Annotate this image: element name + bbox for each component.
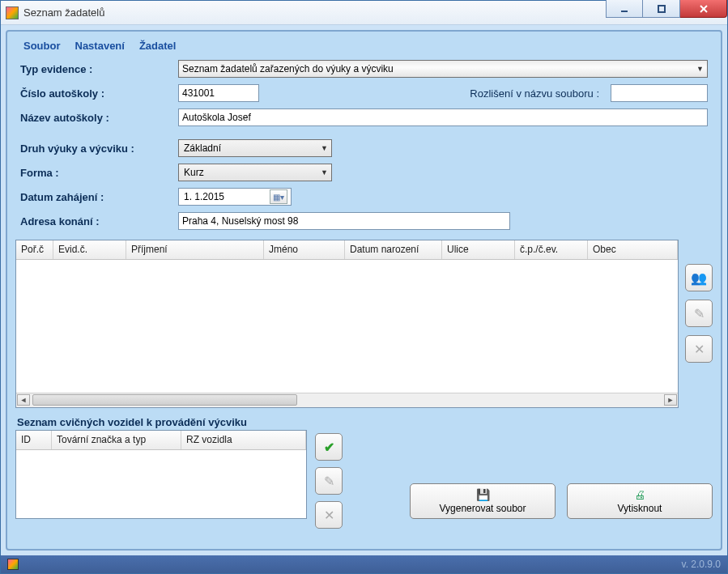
vehicles-table[interactable]: ID Tovární značka a typ RZ vozidla [15, 430, 307, 519]
edit-icon: ✎ [324, 474, 334, 489]
close-button[interactable] [680, 0, 727, 18]
col-vehicle-rz[interactable]: RZ vozidla [181, 431, 306, 449]
delete-icon: ✕ [324, 508, 334, 523]
client-area: Soubor Nastavení Žadatel Typ evidence : … [6, 30, 722, 551]
titlebar: Seznam žadatelů [1, 1, 727, 25]
form-label: Forma : [20, 167, 178, 179]
applicants-table[interactable]: Poř.č Evid.č. Příjmení Jméno Datum naroz… [15, 240, 679, 408]
status-app-icon [7, 559, 19, 570]
menu-file[interactable]: Soubor [23, 40, 61, 52]
window-title: Seznam žadatelů [23, 6, 606, 19]
col-surname[interactable]: Příjmení [126, 240, 264, 259]
minimize-icon [619, 4, 629, 14]
vehicles-side-buttons: ✔ ✎ ✕ [315, 430, 343, 529]
chevron-down-icon: ▼ [696, 65, 704, 73]
edit-applicant-button[interactable]: ✎ [685, 300, 713, 327]
col-name[interactable]: Jméno [264, 240, 345, 259]
col-street[interactable]: Ulice [442, 240, 515, 259]
maximize-button[interactable] [643, 0, 680, 18]
address-label: Adresa konání : [20, 215, 178, 227]
maximize-icon [657, 4, 666, 14]
school-number-input[interactable] [178, 84, 259, 102]
window-buttons [606, 1, 727, 24]
edit-icon: ✎ [694, 306, 705, 321]
close-icon [698, 3, 709, 15]
delete-icon: ✕ [694, 342, 705, 357]
applicants-hscroll[interactable]: ◄ ► [16, 393, 678, 407]
training-type-value: Základní [184, 142, 221, 154]
col-evidc[interactable]: Evid.č. [53, 240, 126, 259]
training-type-label: Druh výuky a výcviku : [20, 142, 178, 155]
print-icon: 🖨 [634, 488, 645, 501]
scroll-right-icon[interactable]: ► [664, 394, 677, 406]
generate-file-label: Vygenerovat soubor [440, 503, 526, 514]
evidence-type-label: Typ evidence : [20, 63, 178, 75]
col-dob[interactable]: Datum narození [345, 240, 442, 259]
scroll-left-icon[interactable]: ◄ [17, 394, 30, 406]
col-cpcev[interactable]: č.p./č.ev. [515, 240, 588, 259]
filename-diff-label: Rozlišení v názvu souboru : [298, 87, 599, 100]
school-name-input[interactable] [178, 108, 708, 126]
chevron-down-icon: ▼ [321, 168, 328, 176]
person-add-icon: 👥 [691, 270, 707, 286]
add-applicant-button[interactable]: 👥 [685, 264, 713, 291]
app-window: Seznam žadatelů Soubor Nastavení Žadatel [0, 0, 728, 574]
school-name-label: Název autoškoly : [20, 112, 178, 124]
print-label: Vytisknout [618, 503, 662, 514]
col-porc[interactable]: Poř.č [16, 240, 53, 259]
app-icon [6, 6, 19, 19]
evidence-type-select[interactable]: Seznam žadatelů zařazených do výuky a vý… [178, 60, 708, 78]
statusbar: v. 2.0.9.0 [1, 555, 727, 573]
form-select[interactable]: Kurz ▼ [178, 164, 332, 181]
generate-file-button[interactable]: 💾 Vygenerovat soubor [410, 483, 556, 519]
minimize-button[interactable] [606, 0, 643, 18]
menu-settings[interactable]: Nastavení [75, 40, 125, 52]
edit-vehicle-button[interactable]: ✎ [315, 467, 343, 495]
form-value: Kurz [184, 167, 204, 178]
chevron-down-icon: ▼ [321, 144, 328, 152]
training-type-select[interactable]: Základní ▼ [178, 139, 332, 157]
footer-buttons: 💾 Vygenerovat soubor 🖨 Vytisknout [351, 430, 713, 519]
applicants-body [16, 260, 678, 393]
vehicles-panel: ID Tovární značka a typ RZ vozidla ✔ ✎ ✕ [15, 430, 713, 529]
applicants-side-buttons: 👥 ✎ ✕ [685, 240, 713, 363]
scroll-thumb[interactable] [32, 394, 297, 406]
col-vehicle-id[interactable]: ID [16, 431, 52, 449]
check-icon: ✔ [324, 440, 334, 455]
form: Typ evidence : Seznam žadatelů zařazenýc… [15, 60, 713, 236]
svg-rect-1 [658, 6, 665, 12]
start-date-label: Datum zahájení : [20, 191, 178, 203]
evidence-type-value: Seznam žadatelů zařazených do výuky a vý… [182, 63, 394, 74]
filename-diff-input[interactable] [611, 84, 708, 102]
menu-applicant[interactable]: Žadatel [139, 40, 177, 52]
version-label: v. 2.0.9.0 [682, 559, 721, 570]
applicants-columns: Poř.č Evid.č. Příjmení Jméno Datum naroz… [16, 240, 678, 260]
col-town[interactable]: Obec [588, 240, 678, 259]
address-input[interactable] [178, 212, 510, 230]
remove-applicant-button[interactable]: ✕ [685, 335, 713, 363]
school-number-label: Číslo autoškoly : [20, 87, 178, 100]
menubar: Soubor Nastavení Žadatel [15, 38, 713, 60]
remove-vehicle-button[interactable]: ✕ [315, 501, 343, 529]
vehicles-section-title: Seznam cvičných vozidel k provádění výcv… [17, 416, 713, 428]
confirm-vehicle-button[interactable]: ✔ [315, 433, 343, 461]
vehicles-columns: ID Tovární značka a typ RZ vozidla [16, 431, 306, 450]
calendar-icon[interactable]: ▦▾ [270, 189, 287, 204]
start-date-value: 1. 1.2015 [184, 191, 224, 202]
applicants-panel: Poř.č Evid.č. Příjmení Jméno Datum naroz… [15, 240, 713, 408]
start-date-picker[interactable]: 1. 1.2015 ▦▾ [178, 188, 292, 206]
save-icon: 💾 [476, 488, 490, 501]
print-button[interactable]: 🖨 Vytisknout [567, 483, 713, 519]
vehicles-body [16, 450, 306, 518]
col-vehicle-make[interactable]: Tovární značka a typ [52, 431, 181, 449]
